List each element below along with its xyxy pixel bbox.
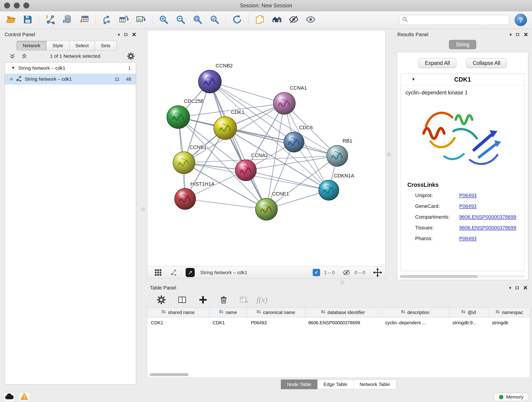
network-graph[interactable]: CCNB2CCNA1CDC25BCDK1CDC6RB1CCNB1CCNA2CDK… xyxy=(147,31,385,266)
float-panel-icon[interactable] xyxy=(515,32,520,37)
cloud-status-button[interactable] xyxy=(3,392,15,402)
zoom-in-button[interactable] xyxy=(158,14,169,26)
network-node-ccna1[interactable]: CCNA1 xyxy=(273,85,307,114)
network-node-cdkn1a[interactable]: CDKN1A xyxy=(319,173,355,200)
protein-section-header[interactable]: ▼ CDK1 xyxy=(401,74,524,85)
network-node-rb1[interactable]: RB1 xyxy=(327,138,352,166)
panel-menu-icon[interactable]: ▾ xyxy=(509,285,511,291)
column-header[interactable]: namespac xyxy=(488,307,530,317)
duplicate-document-button[interactable] xyxy=(254,14,266,26)
expand-all-button[interactable]: Expand All xyxy=(418,58,457,68)
toolbar-search[interactable] xyxy=(399,15,509,25)
network-row-selected[interactable]: String Network – cdk1 11 48 xyxy=(5,74,136,85)
node-label: CCNE1 xyxy=(272,191,289,197)
splitter-handle-right[interactable] xyxy=(387,153,391,156)
export-image-button[interactable] xyxy=(135,14,147,26)
memory-button[interactable]: Memory xyxy=(494,393,529,401)
selected-items-checkbox[interactable]: ✓ xyxy=(313,269,320,276)
splitter-handle-bottom[interactable] xyxy=(341,281,344,284)
close-panel-icon[interactable]: × xyxy=(523,286,527,290)
birdseye-view-button[interactable]: ↗ xyxy=(186,268,195,277)
tab-edge-table[interactable]: Edge Table xyxy=(317,380,354,389)
network-node-hist1h1a[interactable]: HIST1H1A xyxy=(175,181,215,210)
share-network-icon[interactable] xyxy=(170,269,177,276)
crosslink-row: Pharos:P06493 xyxy=(401,233,524,244)
new-network-from-selection-button[interactable] xyxy=(101,14,113,26)
zoom-selected-button[interactable] xyxy=(209,14,220,26)
node-label: CDC25B xyxy=(184,98,204,104)
zoom-fit-button[interactable] xyxy=(192,14,203,26)
splitter-handle-left[interactable] xyxy=(141,208,145,211)
network-node-cdk1[interactable]: CDK1 xyxy=(214,109,244,140)
tab-network[interactable]: Network xyxy=(17,41,46,51)
tab-select[interactable]: Select xyxy=(69,41,95,51)
tab-node-table[interactable]: Node Table xyxy=(281,380,317,389)
network-table-export-button[interactable] xyxy=(118,14,130,26)
column-header[interactable]: database identifier xyxy=(304,307,381,317)
grid-view-icon[interactable] xyxy=(154,269,162,276)
results-horizontal-scrollbar[interactable] xyxy=(400,275,525,278)
move-pan-icon[interactable] xyxy=(373,268,382,277)
column-header[interactable]: description xyxy=(381,307,449,317)
tab-style[interactable]: Style xyxy=(46,41,70,51)
float-panel-icon[interactable] xyxy=(515,286,520,290)
tab-sets[interactable]: Sets xyxy=(95,41,117,51)
tab-string[interactable]: String xyxy=(449,40,476,49)
zoom-out-button[interactable] xyxy=(175,14,186,26)
network-collection-row[interactable]: ▼ String Network – cdk1 1 xyxy=(5,63,136,74)
table-cell: CDK1 xyxy=(147,317,209,328)
warnings-button[interactable] xyxy=(18,392,30,402)
network-edge[interactable] xyxy=(185,199,266,209)
refresh-view-button[interactable] xyxy=(231,14,243,26)
network-node-cdc6[interactable]: CDC6 xyxy=(284,125,313,152)
network-edge[interactable] xyxy=(210,82,266,209)
network-node-ccnb2[interactable]: CCNB2 xyxy=(198,63,233,93)
scrollbar-thumb[interactable] xyxy=(400,275,478,278)
gear-icon[interactable] xyxy=(127,52,135,60)
table-row[interactable]: CDK1CDK1P064939606.ENSP00000378699cyclin… xyxy=(147,317,530,328)
import-network-database-button[interactable] xyxy=(62,14,73,26)
help-button[interactable]: ? xyxy=(515,14,527,26)
import-network-file-button[interactable] xyxy=(45,14,56,26)
hide-selected-button[interactable] xyxy=(288,14,299,26)
float-panel-icon[interactable] xyxy=(124,32,128,37)
column-header[interactable]: name xyxy=(209,307,247,317)
tab-network-table[interactable]: Network Table xyxy=(353,380,396,389)
delete-column-trash-icon[interactable] xyxy=(220,296,228,304)
crosslink-link[interactable]: P06493 xyxy=(459,192,476,198)
crosslink-link[interactable]: 9606.ENSP00000378699 xyxy=(459,225,516,231)
crosslink-link[interactable]: P06493 xyxy=(459,203,476,209)
tree-expander-icon[interactable]: ▼ xyxy=(11,66,15,70)
column-header[interactable]: @id xyxy=(449,307,488,317)
crosslink-link[interactable]: P06493 xyxy=(459,236,476,242)
table-horizontal-scrollbar[interactable] xyxy=(150,373,189,376)
import-table-button[interactable] xyxy=(79,14,90,26)
panel-menu-icon[interactable]: ▾ xyxy=(118,32,120,37)
open-session-button[interactable] xyxy=(5,14,17,26)
column-header[interactable]: canonical name xyxy=(247,307,304,317)
collapse-all-icon[interactable] xyxy=(10,53,15,59)
show-all-button[interactable] xyxy=(305,14,317,26)
close-panel-icon[interactable]: × xyxy=(524,32,528,37)
show-columns-icon[interactable] xyxy=(178,295,186,304)
protein-description: cyclin–dependent kinase 1 xyxy=(405,89,520,96)
table-settings-gear-icon[interactable] xyxy=(157,295,166,304)
add-column-plus-icon[interactable] xyxy=(198,295,208,304)
section-expander-icon[interactable]: ▼ xyxy=(412,77,415,82)
collapse-all-button[interactable]: Collapse All xyxy=(466,58,507,68)
crosslinks-list: Uniprot:P06493GeneCard:P06493Compartment… xyxy=(401,190,524,244)
column-label: shared name xyxy=(168,310,195,315)
network-collection-label: String Network – cdk1 xyxy=(18,65,65,71)
network-edge[interactable] xyxy=(225,128,337,156)
save-session-button[interactable] xyxy=(22,14,33,26)
network-node-cdc25b[interactable]: CDC25B xyxy=(167,98,204,128)
hidden-items-icon[interactable] xyxy=(342,269,350,276)
expand-all-icon[interactable] xyxy=(22,53,27,59)
search-input[interactable] xyxy=(410,17,506,23)
home-view-button[interactable] xyxy=(271,14,283,26)
crosslink-link[interactable]: 9606.ENSP00000378699 xyxy=(459,214,516,220)
panel-menu-icon[interactable]: ▾ xyxy=(510,32,512,37)
network-canvas[interactable]: CCNB2CCNA1CDC25BCDK1CDC6RB1CCNB1CCNA2CDK… xyxy=(147,30,386,266)
close-panel-icon[interactable]: × xyxy=(132,32,136,37)
column-header[interactable]: shared name xyxy=(147,307,209,317)
